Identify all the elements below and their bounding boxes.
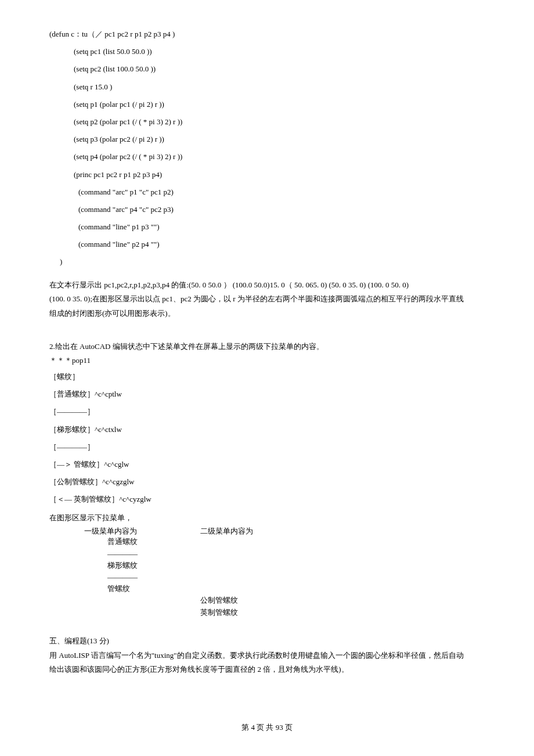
menu-item: 梯形螺纹 xyxy=(49,560,485,571)
code-line: (setq r 15.0 ) xyxy=(49,82,485,92)
col2-header: 二级菜单内容为 xyxy=(200,526,253,537)
code-line: (command "line" p1 p3 "") xyxy=(49,222,485,232)
menu-line: ＊＊＊pop11 xyxy=(49,355,485,366)
menu-line: ［梯形螺纹］^c^ctxlw xyxy=(49,424,485,435)
menu-item: 普通螺纹 xyxy=(49,537,485,547)
answer-line: (100. 0 35. 0);在图形区显示出以点 pc1、pc2 为圆心，以 r… xyxy=(49,293,485,305)
answer-paragraph: 在文本行显示出 pc1,pc2,r,p1,p2,p3,p4 的值:(50. 0 … xyxy=(49,279,485,320)
code-line: (command "arc" p1 "c" pc1 p2) xyxy=(49,187,485,197)
section-line: 绘出该圆和该圆同心的正方形(正方形对角线长度等于圆直径的 2 倍，且对角线为水平… xyxy=(49,664,485,676)
answer-line: 组成的封闭图形(亦可以用图形表示)。 xyxy=(49,308,485,320)
col1-header: 一级菜单内容为 xyxy=(49,526,200,537)
code-line: (setq p3 (polar pc2 (/ pi 2) r )) xyxy=(49,134,485,145)
code-line: (setq p1 (polar pc1 (/ pi 2) r )) xyxy=(49,99,485,110)
menu-result: 在图形区显示下拉菜单， 一级菜单内容为 二级菜单内容为 普通螺纹 ———— 梯形… xyxy=(49,512,485,618)
code-line: (princ pc1 pc2 r p1 p2 p3 p4) xyxy=(49,170,485,180)
question-2: 2.绘出在 AutoCAD 编辑状态中下述菜单文件在屏幕上显示的两级下拉菜单的内… xyxy=(49,341,485,505)
menu-line: ［公制管螺纹］^c^cgzglw xyxy=(49,477,485,487)
section-line: 用 AutoLISP 语言编写一个名为"tuxing"的自定义函数。要求执行此函… xyxy=(49,650,485,662)
answer-line: 在文本行显示出 pc1,pc2,r,p1,p2,p3,p4 的值:(50. 0 … xyxy=(49,279,485,291)
code-line: (command "arc" p4 "c" pc2 p3) xyxy=(49,204,485,215)
code-line: (setq pc1 (list 50.0 50.0 )) xyxy=(49,46,485,57)
section-title: 五、编程题(13 分) xyxy=(49,635,485,647)
code-line: (defun c：tu（／ pc1 pc2 r p1 p2 p3 p4 ) xyxy=(49,29,485,39)
menu-line: ［—＞ 管螺纹］^c^cglw xyxy=(49,459,485,470)
menu-sep: ———— xyxy=(49,549,485,559)
code-line: (command "line" p2 p4 "") xyxy=(49,239,485,250)
menu-line: ［————］ xyxy=(49,442,485,452)
menu-line: ［螺纹］ xyxy=(49,372,485,382)
menu-line: ［————］ xyxy=(49,406,485,417)
menu-item: 管螺纹 xyxy=(49,584,485,594)
result-intro: 在图形区显示下拉菜单， xyxy=(49,512,485,524)
menu-line: ［＜— 英制管螺纹］^c^cyzglw xyxy=(49,494,485,505)
code-line: ) xyxy=(49,257,485,267)
menu-line: ［普通螺纹］^c^cptlw xyxy=(49,389,485,399)
code-line: (setq pc2 (list 100.0 50.0 )) xyxy=(49,64,485,74)
submenu-item: 英制管螺纹 xyxy=(49,607,485,618)
code-line: (setq p4 (polar pc2 (/ ( * pi 3) 2) r )) xyxy=(49,152,485,162)
submenu-item: 公制管螺纹 xyxy=(49,595,485,606)
code-line: (setq p2 (polar pc1 (/ ( * pi 3) 2) r )) xyxy=(49,117,485,127)
menu-sep: ———— xyxy=(49,572,485,582)
page-footer: 第 4 页 共 93 页 xyxy=(0,722,534,733)
code-block: (defun c：tu（／ pc1 pc2 r p1 p2 p3 p4 ) (s… xyxy=(49,29,485,268)
section-5: 五、编程题(13 分) 用 AutoLISP 语言编写一个名为"tuxing"的… xyxy=(49,635,485,676)
question-title: 2.绘出在 AutoCAD 编辑状态中下述菜单文件在屏幕上显示的两级下拉菜单的内… xyxy=(49,341,485,353)
